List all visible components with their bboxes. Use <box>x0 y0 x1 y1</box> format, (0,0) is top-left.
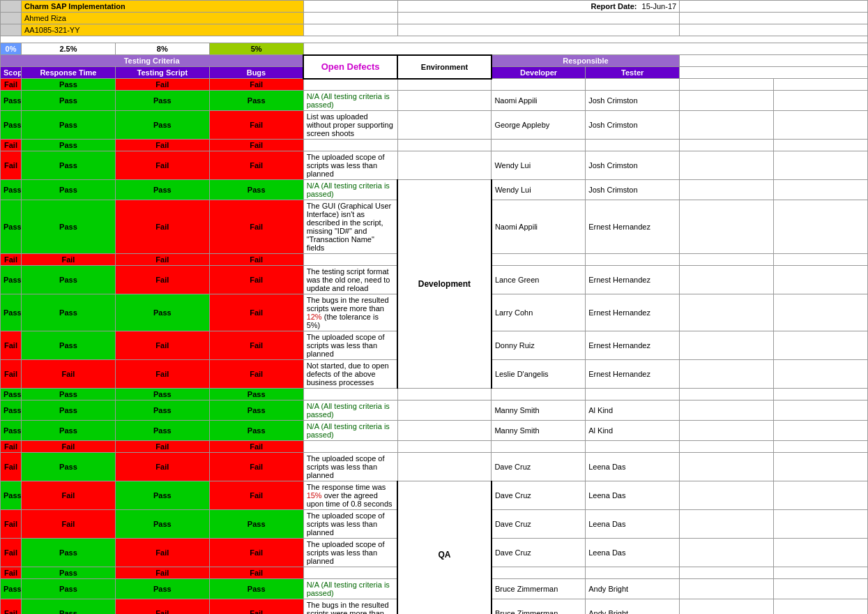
script-cell: Pass <box>115 579 209 599</box>
env-cell-empty <box>397 140 492 151</box>
extra-col-1 <box>680 200 774 254</box>
tester-cell: Ernest Hernandez <box>586 360 680 389</box>
tester-cell <box>586 389 680 400</box>
response-cell: Pass <box>22 567 116 579</box>
tester-cell: Andy Bright <box>586 579 680 599</box>
scope-cell: Pass <box>1 111 22 140</box>
extra-col-1 <box>680 453 774 481</box>
col-bugs: Bugs <box>209 67 303 79</box>
defect-cell: The testing script format was the old on… <box>303 266 397 294</box>
extra-col-2 <box>774 453 868 481</box>
extra-col-1 <box>680 79 774 91</box>
script-cell: Pass <box>115 510 209 539</box>
bugs-cell: Pass <box>209 389 303 400</box>
script-cell: Fail <box>115 567 209 579</box>
extra-col-2 <box>774 481 868 510</box>
env-cell-empty <box>397 151 492 180</box>
bugs-cell: Fail <box>209 79 303 91</box>
empty-3 <box>1 24 22 36</box>
defect-cell <box>303 140 397 151</box>
tester-cell <box>586 140 680 151</box>
env-cell-empty <box>397 441 492 453</box>
response-cell: Pass <box>22 294 116 331</box>
defect-cell: The uploaded scope of scripts was less t… <box>303 151 397 180</box>
empty-header-2 <box>680 1 868 13</box>
empty-sub <box>680 67 868 79</box>
tester-cell: Leena Das <box>586 481 680 510</box>
extra-col-1 <box>680 389 774 400</box>
scope-cell: Fail <box>1 151 22 180</box>
bugs-cell: Fail <box>209 360 303 389</box>
script-cell: Fail <box>115 453 209 481</box>
script-cell: Pass <box>115 91 209 111</box>
developer-cell: Bruce Zimmerman <box>492 599 586 615</box>
bugs-cell: Fail <box>209 539 303 567</box>
extra-col-2 <box>774 79 868 91</box>
tester-cell: Andy Bright <box>586 599 680 615</box>
bugs-cell: Fail <box>209 266 303 294</box>
extra-col-1 <box>680 360 774 389</box>
defect-cell: The uploaded scope of scripts was less t… <box>303 510 397 539</box>
empty-3c <box>397 24 680 36</box>
tester-cell: Leena Das <box>586 539 680 567</box>
col-dev: Developer <box>492 67 586 79</box>
environment-header: Environment <box>397 55 492 79</box>
bugs-cell: Fail <box>209 200 303 254</box>
bugs-cell: Pass <box>209 400 303 421</box>
bugs-cell: Fail <box>209 481 303 510</box>
defect-cell: The bugs in the resulted scripts were mo… <box>303 294 397 331</box>
defect-cell: The uploaded scope of scripts was less t… <box>303 331 397 360</box>
env-cell-empty <box>397 79 492 91</box>
extra-col-2 <box>774 140 868 151</box>
bugs-cell: Pass <box>209 510 303 539</box>
response-cell: Pass <box>22 200 116 254</box>
scope-cell: Fail <box>1 79 22 91</box>
defect-cell: List was uploaded without proper support… <box>303 111 397 140</box>
project-title: Charm SAP Implementation <box>22 1 304 13</box>
developer-cell: Wendy Lui <box>492 151 586 180</box>
scope-cell: Pass <box>1 421 22 441</box>
tester-cell <box>586 567 680 579</box>
response-cell: Fail <box>22 254 116 266</box>
script-cell: Fail <box>115 599 209 615</box>
tester-cell <box>586 254 680 266</box>
col-tester: Tester <box>586 67 680 79</box>
developer-cell <box>492 567 586 579</box>
developer-cell: George Appleby <box>492 111 586 140</box>
bugs-cell: Pass <box>209 421 303 441</box>
response-cell: Pass <box>22 400 116 421</box>
extra-col-2 <box>774 180 868 200</box>
defect-cell: The GUI (Graphical User Interface) isn't… <box>303 200 397 254</box>
response-cell: Fail <box>22 481 116 510</box>
extra-col-1 <box>680 567 774 579</box>
bugs-cell: Fail <box>209 254 303 266</box>
extra-col-2 <box>774 331 868 360</box>
response-cell: Pass <box>22 91 116 111</box>
script-cell: Fail <box>115 200 209 254</box>
tester-cell: Al Kind <box>586 421 680 441</box>
scope-cell: Fail <box>1 254 22 266</box>
extra-col-1 <box>680 510 774 539</box>
response-cell: Pass <box>22 111 116 140</box>
project-code: AA1085-321-YY <box>22 24 304 36</box>
tester-cell <box>586 79 680 91</box>
bugs-cell: Fail <box>209 599 303 615</box>
tester-cell: Ernest Hernandez <box>586 331 680 360</box>
scope-cell: Pass <box>1 200 22 254</box>
developer-cell <box>492 140 586 151</box>
response-cell: Fail <box>22 360 116 389</box>
scope-cell: Fail <box>1 140 22 151</box>
pct-0: 0% <box>1 43 22 55</box>
tester-cell: Ernest Hernandez <box>586 200 680 254</box>
script-cell: Fail <box>115 254 209 266</box>
developer-cell <box>492 389 586 400</box>
developer-cell <box>492 441 586 453</box>
defect-cell <box>303 389 397 400</box>
env-cell-empty <box>397 400 492 421</box>
bugs-cell: Fail <box>209 331 303 360</box>
developer-cell: Larry Cohn <box>492 294 586 331</box>
empty-pct <box>303 43 867 55</box>
developer-cell: Dave Cruz <box>492 539 586 567</box>
script-cell: Fail <box>115 79 209 91</box>
response-cell: Fail <box>22 510 116 539</box>
